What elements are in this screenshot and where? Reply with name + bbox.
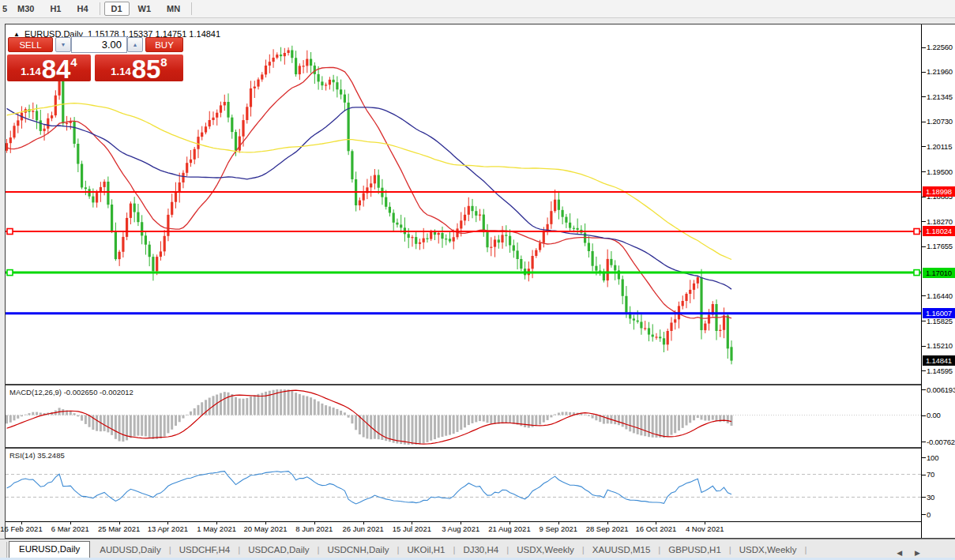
chart-tab-audusd-daily[interactable]: AUDUSD,Daily <box>92 543 168 558</box>
rsi-line <box>7 472 732 504</box>
price-axis-tick <box>922 295 926 296</box>
chart-tab-gbpusd-h1[interactable]: GBPUSD,H1 <box>660 543 728 558</box>
toolbar-separator <box>191 2 192 15</box>
date-axis-label: 13 Apr 2021 <box>148 524 188 533</box>
date-axis-label: 16 Feb 2021 <box>0 524 42 533</box>
price-axis-tick <box>922 221 926 222</box>
timeframe-button-w1[interactable]: W1 <box>131 2 159 16</box>
rsi-axis-label: 0 <box>927 510 931 519</box>
tab-separator: | <box>804 543 806 558</box>
price-axis-tick <box>922 321 926 321</box>
buy-price-sup: 8 <box>160 55 167 69</box>
date-axis-label: 9 Sep 2021 <box>539 524 577 533</box>
chart-tab-eurusd-daily[interactable]: EURUSD,Daily <box>9 541 90 558</box>
macd-panel-plot <box>6 385 921 447</box>
price-axis-tick <box>922 146 926 147</box>
hline-price-badge: 1.17010 <box>923 268 955 278</box>
buy-price-prefix: 1.14 <box>111 66 130 77</box>
volume-input[interactable]: 3.00 <box>71 36 127 53</box>
price-axis-separator <box>921 24 922 538</box>
rsi-panel-plot <box>6 449 921 521</box>
chart-tab-usdx-weekly[interactable]: USDX,Weekly <box>509 543 582 558</box>
chart-tab-usdcad-daily[interactable]: USDCAD,Daily <box>240 543 317 558</box>
one-click-trading-widget: SELL ▼ 3.00 ▲ BUY 1.14 84 4 1.14 85 8 <box>7 36 183 81</box>
buy-price-big: 85 <box>132 58 161 80</box>
macd-histogram <box>6 389 733 445</box>
rsi-axis-tick <box>922 514 926 515</box>
tabbar-left-notch <box>0 542 7 558</box>
sell-button[interactable]: SELL <box>8 37 53 52</box>
price-axis-label: 1.20115 <box>927 142 952 151</box>
rsi-axis-tick <box>922 497 926 498</box>
rsi-axis-tick <box>922 457 926 458</box>
timeframe-button-mn[interactable]: MN <box>160 2 187 16</box>
rsi-label: RSI(14) 35.2485 <box>9 451 65 460</box>
timeframe-button-m30[interactable]: M30 <box>10 2 41 16</box>
date-axis-label: 21 Aug 2021 <box>488 524 530 533</box>
tab-scroll-left-button[interactable]: ◀ <box>897 549 902 557</box>
price-axis-tick <box>922 96 926 97</box>
line-handle[interactable] <box>914 270 919 276</box>
volume-decrease-button[interactable]: ▼ <box>55 37 71 52</box>
hline-price-badge: 1.16007 <box>923 308 955 318</box>
chart-tab-usdcnh-daily[interactable]: USDCNH,Daily <box>320 543 397 558</box>
timeframe-button-h1[interactable]: H1 <box>43 2 68 16</box>
buy-button[interactable]: BUY <box>145 37 183 52</box>
chart-window: ▲ EURUSD,Daily 1.15178 1.15337 1.14751 1… <box>5 24 955 539</box>
buy-price-display[interactable]: 1.14 85 8 <box>95 54 183 81</box>
macd-axis-label: 0.006193 <box>927 385 955 394</box>
tab-scroll-right-button[interactable]: ▶ <box>915 549 920 557</box>
rsi-axis-label: 30 <box>927 493 934 502</box>
rsi-axis-label: 100 <box>927 453 938 462</box>
timeframe-toolbar: 5M30H1H4D1W1MN <box>0 0 955 18</box>
date-axis-label: 16 Oct 2021 <box>636 524 677 533</box>
ma-50-line <box>7 107 732 289</box>
price-axis-label: 1.21345 <box>927 92 953 101</box>
timeframe-button-5[interactable]: 5 <box>1 2 9 16</box>
hlines-layer <box>6 192 921 314</box>
rsi-axis-label: 70 <box>927 470 934 479</box>
chart-tab-usdx-weekly[interactable]: USDX,Weekly <box>731 543 805 558</box>
macd-axis-tick <box>922 389 926 390</box>
date-axis-label: 26 Jun 2021 <box>342 524 383 533</box>
timeframe-button-d1[interactable]: D1 <box>104 2 130 16</box>
price-axis-label: 1.17655 <box>927 242 953 250</box>
date-axis-label: 3 Aug 2021 <box>442 524 479 533</box>
current-price-badge: 1.14841 <box>923 355 955 366</box>
date-axis-label: 25 Mar 2021 <box>98 524 140 533</box>
sell-price-big: 84 <box>42 58 71 80</box>
sell-price-display[interactable]: 1.14 84 4 <box>7 54 91 81</box>
price-axis-tick <box>922 246 926 247</box>
line-handle[interactable] <box>914 229 919 235</box>
price-axis-label: 1.18270 <box>927 217 953 226</box>
macd-label: MACD(12,26,9) -0.002650 -0.002012 <box>9 388 133 397</box>
volume-increase-button[interactable]: ▲ <box>127 37 143 52</box>
price-axis-label: 1.20730 <box>927 117 953 126</box>
line-handle[interactable] <box>7 270 13 276</box>
price-axis-tick <box>922 370 926 371</box>
date-axis-label: 15 Jul 2021 <box>393 524 431 533</box>
price-axis-label: 1.22560 <box>927 43 953 51</box>
price-axis-tick <box>922 122 926 122</box>
timeframe-button-h4[interactable]: H4 <box>70 2 95 16</box>
price-axis-tick <box>922 47 926 48</box>
sell-price-prefix: 1.14 <box>21 66 40 77</box>
candles-layer <box>6 46 733 365</box>
toolbar-separator <box>100 2 100 15</box>
date-axis-label: 1 May 2021 <box>197 524 236 533</box>
hline-price-badge: 1.18998 <box>923 186 955 197</box>
sell-price-sup: 4 <box>70 55 77 69</box>
price-axis-label: 1.16440 <box>927 291 953 300</box>
date-axis-line <box>6 521 921 522</box>
chart-tabbar: EURUSD,DailyAUDUSD,Daily|USDCHF,H4|USDCA… <box>0 539 955 558</box>
price-axis-label: 1.15210 <box>927 341 953 350</box>
chart-tab-usdchf-h4[interactable]: USDCHF,H4 <box>171 543 239 558</box>
price-axis-label: 1.19500 <box>927 167 953 176</box>
macd-axis-label: -0.007621 <box>927 438 955 446</box>
chart-tab-xauusd-m15[interactable]: XAUUSD,M15 <box>585 543 659 558</box>
line-handle[interactable] <box>7 229 13 235</box>
date-axis-label: 6 Mar 2021 <box>51 524 89 533</box>
chart-tab-dj30-h4[interactable]: DJ30,H4 <box>455 543 506 558</box>
price-axis-label: 1.21960 <box>927 67 953 76</box>
chart-tab-ukoil-h1[interactable]: UKOil,H1 <box>399 543 453 558</box>
